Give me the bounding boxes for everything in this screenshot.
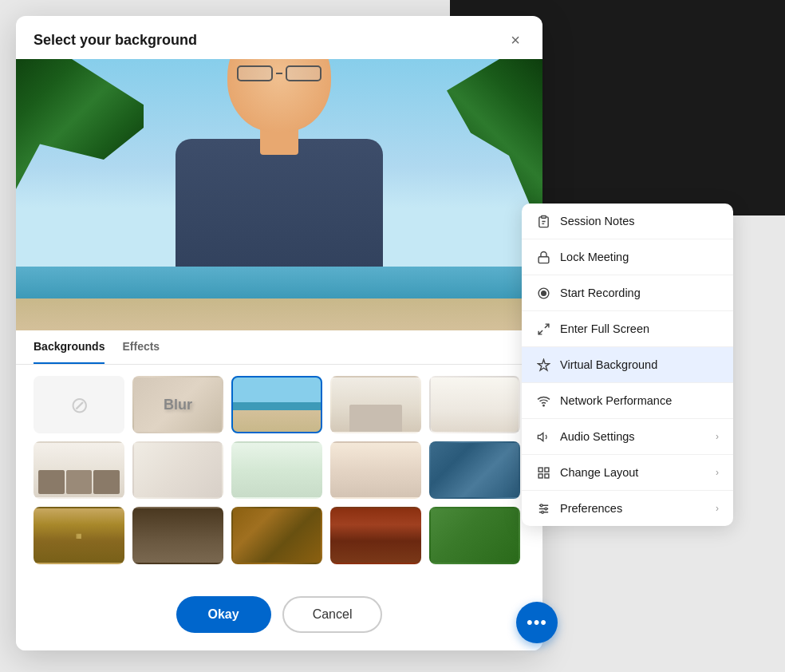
svg-rect-13 — [544, 473, 548, 477]
fab-button[interactable]: ••• — [516, 602, 558, 643]
svg-rect-0 — [541, 215, 546, 218]
menu-item-change-layout[interactable]: Change Layout › — [522, 455, 733, 491]
person-glasses — [237, 65, 321, 82]
network-performance-label: Network Performance — [560, 394, 719, 407]
tab-backgrounds[interactable]: Backgrounds — [34, 330, 105, 364]
thumb-nature[interactable] — [429, 507, 520, 564]
layout-icon — [536, 465, 550, 480]
clipboard-icon — [536, 214, 550, 228]
start-recording-label: Start Recording — [560, 287, 719, 299]
sparkle-icon — [536, 358, 550, 372]
thumb-room-2[interactable] — [429, 376, 520, 433]
thumbnails-row-3: ▦ — [34, 507, 525, 564]
thumb-outdoor[interactable] — [132, 507, 223, 564]
modal-header: Select your background × — [16, 16, 542, 59]
menu-item-lock-meeting[interactable]: Lock Meeting — [522, 239, 733, 275]
thumb-library[interactable] — [330, 507, 421, 564]
tab-effects[interactable]: Effects — [122, 330, 160, 364]
thumb-room-6[interactable] — [330, 441, 421, 499]
menu-item-preferences[interactable]: Preferences › — [522, 491, 733, 526]
preferences-label: Preferences — [560, 502, 706, 515]
sliders-icon — [536, 501, 550, 516]
session-notes-label: Session Notes — [560, 215, 719, 227]
thumbnails-row-1: ⊘ Blur — [34, 376, 525, 433]
fab-dots-icon: ••• — [527, 612, 547, 633]
change-layout-arrow: › — [716, 467, 719, 478]
svg-point-17 — [540, 504, 542, 506]
okay-button[interactable]: Okay — [176, 596, 271, 633]
thumb-room-4[interactable] — [132, 441, 223, 499]
beach-ground — [16, 267, 542, 330]
cancel-button[interactable]: Cancel — [282, 596, 383, 633]
modal-title: Select your background — [34, 32, 197, 49]
change-layout-label: Change Layout — [560, 466, 706, 479]
svg-marker-9 — [538, 433, 542, 441]
enter-fullscreen-label: Enter Full Screen — [560, 322, 719, 335]
record-icon — [536, 286, 550, 300]
thumb-blur[interactable]: Blur — [132, 376, 223, 433]
svg-line-7 — [538, 330, 542, 334]
lock-meeting-label: Lock Meeting — [560, 251, 719, 263]
video-preview — [16, 59, 542, 330]
thumbnails-container: ⊘ Blur — [16, 365, 542, 583]
menu-item-virtual-background[interactable]: Virtual Background — [522, 347, 733, 383]
thumb-wood[interactable] — [231, 507, 322, 564]
menu-item-start-recording[interactable]: Start Recording — [522, 275, 733, 311]
svg-rect-3 — [538, 256, 549, 263]
context-menu: Session Notes Lock Meeting Start Recordi… — [522, 204, 733, 526]
palm-left — [16, 59, 144, 283]
svg-rect-11 — [544, 468, 548, 472]
menu-item-network-performance[interactable]: Network Performance — [522, 383, 733, 419]
menu-item-enter-fullscreen[interactable]: Enter Full Screen — [522, 311, 733, 347]
background-selector-modal: Select your background × — [16, 16, 542, 650]
svg-point-19 — [541, 511, 543, 513]
audio-icon — [536, 429, 550, 444]
modal-footer: Okay Cancel — [16, 583, 542, 650]
svg-line-6 — [544, 324, 548, 328]
blur-label: Blur — [164, 397, 192, 413]
thumbnails-row-2 — [34, 441, 525, 499]
virtual-background-label: Virtual Background — [560, 358, 719, 371]
thumb-room-3[interactable] — [34, 441, 124, 499]
svg-rect-10 — [538, 468, 542, 472]
svg-rect-12 — [538, 473, 542, 477]
thumb-beach[interactable] — [231, 376, 322, 433]
modal-close-button[interactable]: × — [506, 30, 525, 49]
wifi-icon — [536, 393, 550, 408]
svg-point-5 — [541, 291, 546, 295]
svg-point-8 — [542, 405, 543, 405]
thumb-library-2[interactable]: ▦ — [34, 507, 124, 564]
menu-item-audio-settings[interactable]: Audio Settings › — [522, 419, 733, 455]
preferences-arrow: › — [716, 503, 719, 514]
thumb-no-background[interactable]: ⊘ — [34, 376, 124, 433]
tabs-bar: Backgrounds Effects — [16, 330, 542, 365]
audio-settings-label: Audio Settings — [560, 430, 706, 443]
lock-icon — [536, 250, 550, 264]
menu-item-session-notes[interactable]: Session Notes — [522, 204, 733, 239]
audio-settings-arrow: › — [716, 431, 719, 442]
thumb-room-5[interactable] — [231, 441, 322, 499]
person-head — [227, 59, 331, 132]
no-background-icon: ⊘ — [70, 392, 89, 418]
svg-point-18 — [544, 508, 546, 510]
fullscreen-icon — [536, 322, 550, 336]
thumb-room-7[interactable] — [429, 441, 520, 499]
thumb-room-1[interactable] — [330, 376, 421, 433]
